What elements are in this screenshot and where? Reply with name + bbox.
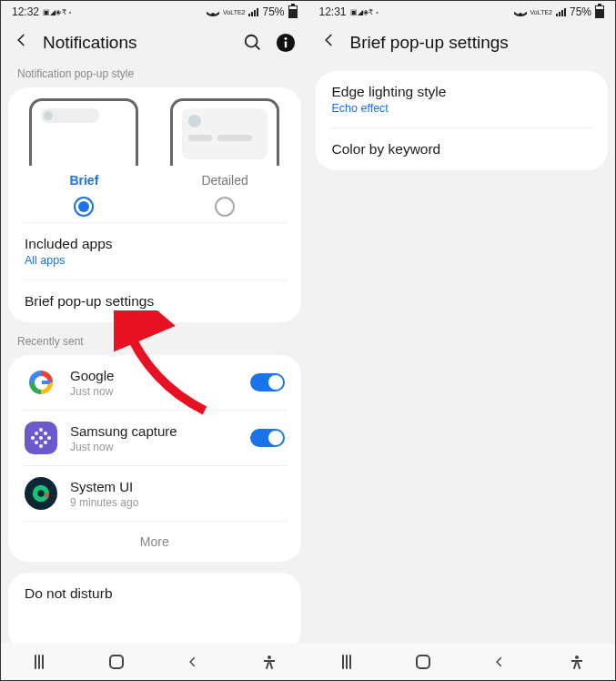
status-time: 12:31 — [319, 5, 347, 18]
battery-icon — [595, 5, 604, 18]
accessibility-button[interactable] — [563, 648, 591, 676]
recents-button[interactable] — [25, 648, 53, 676]
app-row-google[interactable]: Google Just now — [8, 355, 301, 410]
wifi-icon — [514, 7, 527, 16]
status-indicator-icon: ▣ ◢ ◈ ₹ — [43, 8, 66, 16]
system-ui-icon — [25, 477, 57, 510]
info-icon[interactable] — [276, 33, 296, 53]
edge-lighting-style-row[interactable]: Edge lighting style Echo effect — [316, 71, 609, 127]
brief-popup-settings-title: Brief pop-up settings — [25, 293, 285, 310]
back-button[interactable] — [179, 648, 207, 676]
brief-preview-icon — [29, 98, 138, 166]
battery-icon — [288, 5, 298, 18]
lte-icon: VoLTE2 — [223, 9, 245, 15]
detailed-label: Detailed — [201, 173, 247, 188]
svg-rect-4 — [284, 41, 286, 47]
brief-label: Brief — [69, 173, 98, 188]
nav-bar — [1, 644, 308, 680]
popup-style-brief[interactable]: Brief — [14, 98, 155, 217]
app-time: 9 minutes ago — [70, 496, 285, 509]
header: Brief pop-up settings — [308, 23, 616, 66]
app-name: Samsung capture — [70, 423, 237, 439]
home-button[interactable] — [409, 648, 437, 676]
status-more-icon: ● — [376, 10, 378, 15]
back-icon[interactable] — [321, 32, 338, 53]
color-by-keyword-row[interactable]: Color by keyword — [316, 128, 609, 170]
detailed-preview-icon — [170, 98, 279, 166]
included-apps-title: Included apps — [25, 236, 285, 252]
status-time: 12:32 — [12, 5, 39, 18]
wifi-icon — [207, 7, 219, 16]
app-time: Just now — [70, 385, 237, 398]
home-button[interactable] — [103, 648, 130, 676]
toggle-samsung-capture[interactable] — [250, 429, 285, 447]
search-icon[interactable] — [243, 33, 263, 53]
battery-pct: 75% — [570, 5, 591, 18]
included-apps-row[interactable]: Included apps All apps — [8, 223, 301, 280]
section-recently-sent: Recently sent — [1, 333, 308, 355]
app-time: Just now — [70, 441, 237, 453]
toggle-google[interactable] — [250, 373, 285, 391]
more-button[interactable]: More — [8, 522, 301, 562]
brief-radio[interactable] — [74, 197, 94, 217]
color-by-keyword-title: Color by keyword — [332, 141, 592, 158]
phone-brief-popup-settings: 12:31 ▣ ◢ ◈ ₹ ● VoLTE2 75% Brief pop-up … — [308, 1, 616, 680]
dnd-title: Do not disturb — [25, 585, 285, 602]
app-name: System UI — [70, 479, 285, 494]
google-icon — [25, 366, 57, 399]
edge-lighting-value: Echo effect — [332, 102, 592, 115]
svg-line-1 — [255, 45, 259, 49]
svg-point-0 — [245, 35, 257, 46]
back-button[interactable] — [486, 648, 513, 676]
dnd-card: Do not disturb — [8, 573, 301, 651]
recents-button[interactable] — [333, 648, 360, 676]
popup-style-detailed[interactable]: Detailed — [155, 98, 296, 217]
app-row-system-ui[interactable]: System UI 9 minutes ago — [8, 466, 301, 521]
page-title: Brief pop-up settings — [350, 33, 603, 53]
svg-point-3 — [284, 36, 287, 39]
signal-icon — [556, 7, 566, 16]
signal-icon — [248, 7, 258, 16]
settings-card: Edge lighting style Echo effect Color by… — [316, 71, 609, 170]
svg-point-6 — [37, 490, 44, 496]
status-bar: 12:32 ▣ ◢ ◈ ₹ ● VoLTE2 75% — [1, 1, 308, 23]
back-icon[interactable] — [14, 32, 30, 53]
recently-sent-card: Google Just now Samsung capture Just now — [8, 355, 301, 562]
edge-lighting-title: Edge lighting style — [332, 84, 592, 100]
app-name: Google — [70, 368, 237, 383]
do-not-disturb-row[interactable]: Do not disturb — [8, 573, 301, 615]
detailed-radio[interactable] — [215, 197, 235, 217]
battery-pct: 75% — [262, 5, 284, 18]
page-title: Notifications — [43, 33, 230, 53]
section-popup-style: Notification pop-up style — [1, 66, 308, 87]
header: Notifications — [1, 23, 308, 66]
nav-bar — [308, 644, 616, 680]
phone-notifications: 12:32 ▣ ◢ ◈ ₹ ● VoLTE2 75% Notifications… — [1, 1, 308, 680]
svg-point-7 — [45, 493, 49, 498]
popup-style-card: Brief Detailed Included apps All apps Br — [8, 87, 301, 322]
accessibility-button[interactable] — [256, 648, 283, 676]
status-bar: 12:31 ▣ ◢ ◈ ₹ ● VoLTE2 75% — [308, 1, 616, 23]
samsung-capture-icon — [25, 422, 57, 454]
brief-popup-settings-row[interactable]: Brief pop-up settings — [8, 280, 301, 322]
included-apps-value: All apps — [25, 254, 285, 267]
app-row-samsung-capture[interactable]: Samsung capture Just now — [8, 411, 301, 465]
lte-icon: VoLTE2 — [530, 9, 552, 15]
status-more-icon: ● — [69, 10, 71, 15]
status-indicator-icon: ▣ ◢ ◈ ₹ — [350, 8, 373, 16]
